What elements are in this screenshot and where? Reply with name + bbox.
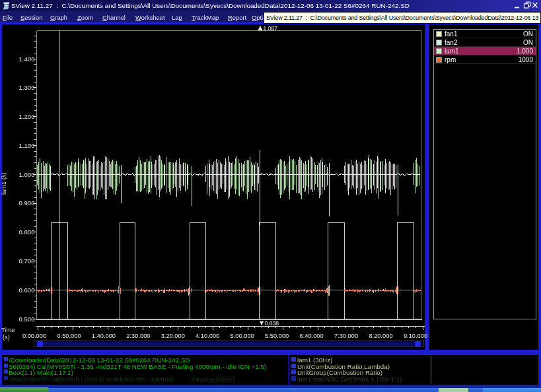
svg-text:1.400: 1.400 <box>18 55 34 63</box>
svg-text:1.200: 1.200 <box>18 113 34 120</box>
svg-text:1.100: 1.100 <box>18 142 34 149</box>
svg-text:0.600: 0.600 <box>18 286 34 294</box>
svg-text:3:20.000: 3:20.000 <box>161 333 185 339</box>
svg-text:0.838: 0.838 <box>265 320 279 327</box>
svg-text:0.500: 0.500 <box>18 315 34 323</box>
svg-text:lam1 (λ): lam1 (λ) <box>1 172 7 195</box>
svg-text:1.300: 1.300 <box>18 84 34 91</box>
svg-text:8:20.000: 8:20.000 <box>369 333 392 339</box>
svg-text:(s): (s) <box>3 334 10 341</box>
svg-text:0.700: 0.700 <box>18 257 34 265</box>
svg-text:0.800: 0.800 <box>18 228 34 236</box>
svg-text:0:50.000: 0:50.000 <box>57 333 81 339</box>
svg-text:0.900: 0.900 <box>18 199 34 207</box>
svg-text:1:40.000: 1:40.000 <box>92 333 116 339</box>
svg-text:4:10.000: 4:10.000 <box>196 333 219 339</box>
svg-text:6:40.000: 6:40.000 <box>299 333 323 339</box>
svg-text:9:10.000: 9:10.000 <box>404 333 427 339</box>
svg-text:7:30.000: 7:30.000 <box>334 333 358 339</box>
svg-text:5:00.000: 5:00.000 <box>231 333 254 339</box>
svg-text:Time: Time <box>1 327 15 333</box>
svg-text:1.000: 1.000 <box>18 171 34 178</box>
svg-text:0:00.000: 0:00.000 <box>22 333 46 339</box>
svg-text:5:50.000: 5:50.000 <box>265 333 289 339</box>
svg-text:2:30.000: 2:30.000 <box>126 333 150 339</box>
svg-text:1.087: 1.087 <box>264 25 278 32</box>
